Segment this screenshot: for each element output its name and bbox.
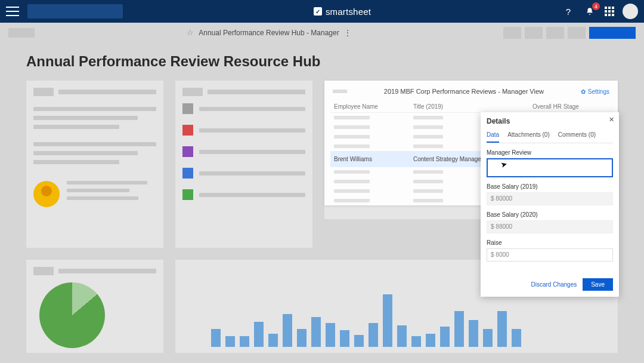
avatar-icon: [33, 181, 60, 207]
bar: [297, 329, 306, 347]
notifications-icon[interactable]: 4: [583, 5, 596, 18]
grid-settings-link[interactable]: ✿ Settings: [581, 88, 609, 95]
col-title[interactable]: Title (2019): [410, 101, 529, 113]
legend-item: [182, 125, 305, 136]
brand-logo: ✓ smartsheet: [314, 7, 371, 17]
value-raise: $ 8000: [487, 248, 613, 262]
legend-item: [182, 146, 305, 157]
bar: [454, 311, 464, 347]
col-employee[interactable]: Employee Name: [330, 101, 410, 113]
bar: [225, 336, 235, 347]
check-icon: ✓: [314, 7, 322, 16]
bar: [483, 329, 493, 347]
page-heading: Annual Performance Review Resource Hub: [26, 53, 618, 70]
bar: [369, 323, 378, 347]
bar: [240, 336, 249, 347]
top-nav: ✓ smartsheet ? 4: [0, 0, 644, 23]
notification-badge: 4: [592, 2, 600, 10]
tab-data[interactable]: Data: [487, 129, 499, 143]
bar: [326, 323, 335, 347]
brand-text: smartsheet: [326, 7, 371, 17]
widget-legend: [175, 81, 312, 248]
bar: [283, 314, 292, 347]
widget-pie: [26, 260, 163, 353]
bar: [440, 327, 450, 347]
avatar[interactable]: [623, 4, 638, 19]
value-base-2019: $ 80000: [487, 192, 613, 205]
toolbar-button[interactable]: [503, 27, 521, 39]
toolbar-button[interactable]: [546, 27, 564, 39]
bar: [497, 311, 507, 347]
value-base-2020: $ 88000: [487, 220, 613, 233]
label-raise: Raise: [487, 239, 613, 246]
gear-icon: ✿: [581, 88, 586, 95]
menu-icon[interactable]: [6, 7, 19, 16]
toolbar-button[interactable]: [525, 27, 543, 39]
pie-chart: [39, 282, 105, 348]
save-button[interactable]: Save: [583, 278, 613, 291]
bar: [411, 336, 421, 347]
close-icon[interactable]: ✕: [609, 116, 614, 124]
page-title: Annual Performance Review Hub - Manager: [199, 29, 339, 37]
legend-item: [182, 168, 305, 179]
label-base-2019: Base Salary (2019): [487, 183, 613, 190]
legend-item: [182, 103, 305, 114]
search-input[interactable]: [27, 4, 123, 19]
bar: [340, 330, 349, 347]
manager-review-input[interactable]: [487, 158, 613, 177]
primary-action-button[interactable]: [589, 27, 636, 39]
bar: [268, 334, 278, 347]
bar: [397, 325, 407, 347]
toolbar-placeholder: [8, 28, 35, 38]
grid-title: 2019 MBF Corp Performance Reviews - Mana…: [384, 88, 544, 95]
bar: [254, 322, 264, 347]
bar: [354, 335, 364, 347]
tab-attachments[interactable]: Attachments (0): [507, 129, 550, 143]
profile: [33, 181, 156, 207]
more-icon[interactable]: ⋮: [344, 29, 351, 37]
toolbar-button[interactable]: [568, 27, 586, 39]
toolbar: ☆ Annual Performance Review Hub - Manage…: [0, 23, 644, 42]
label-base-2020: Base Salary (2020): [487, 211, 613, 218]
label-manager-review: Manager Review: [487, 149, 613, 156]
bar: [426, 334, 435, 347]
detail-title: Details: [487, 117, 613, 125]
tab-comments[interactable]: Comments (0): [558, 129, 596, 143]
legend-item: [182, 189, 305, 200]
bar: [383, 294, 392, 347]
discard-button[interactable]: Discard Changes: [531, 281, 577, 288]
help-icon[interactable]: ?: [562, 5, 575, 18]
detail-panel: Details ✕ Data Attachments (0) Comments …: [481, 112, 619, 297]
star-icon[interactable]: ☆: [187, 28, 194, 37]
apps-icon[interactable]: [605, 7, 614, 16]
bar: [512, 329, 521, 347]
bar: [469, 320, 478, 347]
bar: [211, 329, 221, 347]
col-stage[interactable]: Overall HR Stage: [529, 101, 612, 113]
widget-text: [26, 81, 163, 248]
bar: [311, 317, 321, 347]
